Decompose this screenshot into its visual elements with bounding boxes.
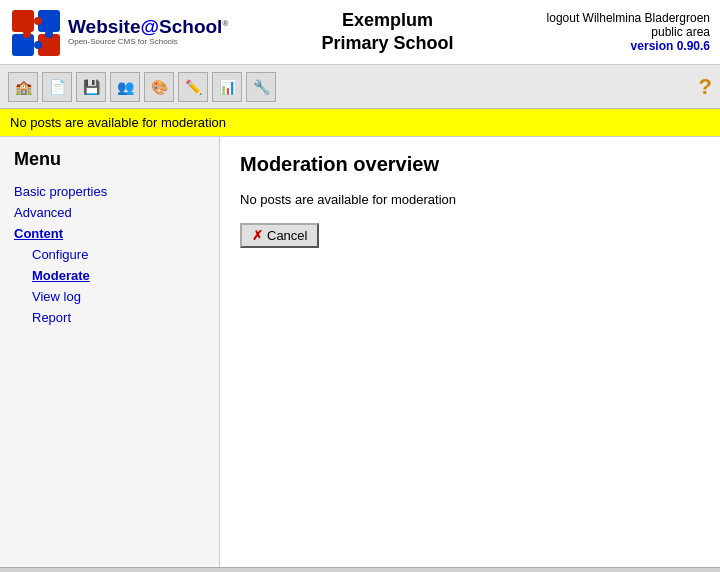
pages-icon[interactable]: 📄 bbox=[42, 72, 72, 102]
sidebar-item-advanced[interactable]: Advanced bbox=[14, 205, 205, 220]
svg-point-4 bbox=[34, 17, 42, 25]
logo-area: Website@School® Open-Source CMS for Scho… bbox=[10, 8, 228, 56]
main-layout: Menu Basic properties Advanced Content C… bbox=[0, 137, 720, 567]
files-icon[interactable]: 💾 bbox=[76, 72, 106, 102]
content-title: Moderation overview bbox=[240, 153, 700, 176]
user-info: logout Wilhelmina Bladergroen public are… bbox=[547, 11, 710, 53]
users-icon[interactable]: 👥 bbox=[110, 72, 140, 102]
cancel-button[interactable]: ✗ Cancel bbox=[240, 223, 319, 248]
svg-rect-2 bbox=[12, 34, 34, 56]
svg-rect-0 bbox=[12, 10, 34, 32]
content-area: Moderation overview No posts are availab… bbox=[220, 137, 720, 567]
sidebar-item-basic-properties[interactable]: Basic properties bbox=[14, 184, 205, 199]
toolbar: 🏫 📄 💾 👥 🎨 ✏️ 📊 🔧 ? bbox=[0, 65, 720, 109]
sidebar-item-report[interactable]: Report bbox=[32, 310, 205, 325]
admin-icon[interactable]: 🔧 bbox=[246, 72, 276, 102]
modules-icon[interactable]: ✏️ bbox=[178, 72, 208, 102]
no-posts-message: No posts are available for moderation bbox=[240, 192, 700, 207]
site-title: Exemplum Primary School bbox=[228, 9, 546, 56]
sidebar: Menu Basic properties Advanced Content C… bbox=[0, 137, 220, 567]
home-icon[interactable]: 🏫 bbox=[8, 72, 38, 102]
notification-message: No posts are available for moderation bbox=[10, 115, 226, 130]
help-icon[interactable]: ? bbox=[699, 74, 712, 100]
sidebar-sub-menu: Configure Moderate View log Report bbox=[14, 247, 205, 325]
sidebar-item-viewlog[interactable]: View log bbox=[32, 289, 205, 304]
svg-point-5 bbox=[45, 30, 53, 38]
sidebar-item-moderate[interactable]: Moderate bbox=[32, 268, 205, 283]
notification-bar: No posts are available for moderation bbox=[0, 109, 720, 137]
sidebar-item-content[interactable]: Content bbox=[14, 226, 205, 241]
cancel-x-icon: ✗ bbox=[252, 228, 263, 243]
svg-point-7 bbox=[23, 30, 31, 38]
svg-point-6 bbox=[34, 41, 42, 49]
header: Website@School® Open-Source CMS for Scho… bbox=[0, 0, 720, 65]
stats-icon[interactable]: 📊 bbox=[212, 72, 242, 102]
footer: Powered by Website@School® | logout wbla… bbox=[0, 567, 720, 572]
themes-icon[interactable]: 🎨 bbox=[144, 72, 174, 102]
logo-icon bbox=[10, 8, 66, 56]
sidebar-title: Menu bbox=[14, 149, 205, 170]
cancel-label: Cancel bbox=[267, 228, 307, 243]
sidebar-item-configure[interactable]: Configure bbox=[32, 247, 205, 262]
